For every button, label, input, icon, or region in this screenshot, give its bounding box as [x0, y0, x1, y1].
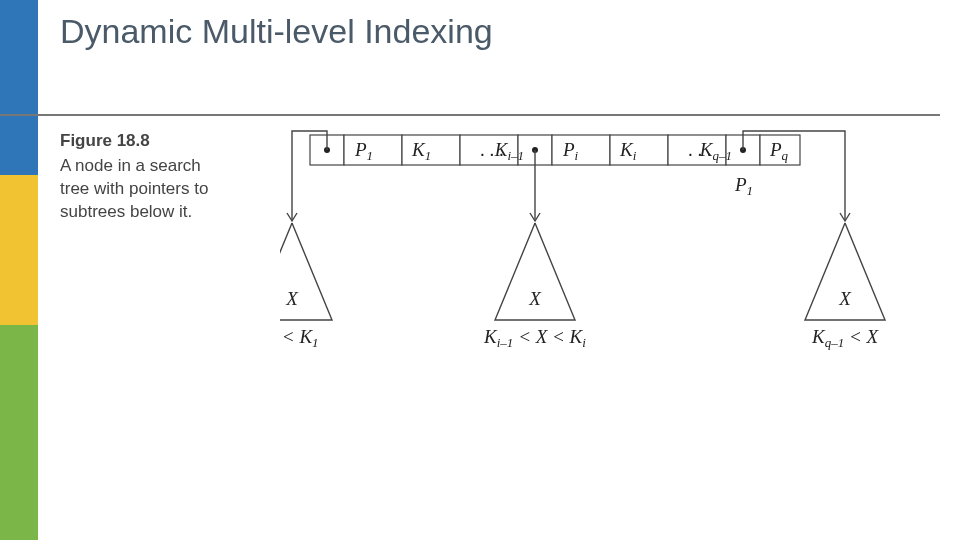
sidebar-accent	[0, 0, 38, 540]
svg-text:X: X	[285, 288, 299, 309]
page-title: Dynamic Multi-level Indexing	[60, 12, 493, 51]
node-row: P1 K1 . . . Ki–1 Pi Ki . . . Kq–1 Pq	[310, 135, 800, 165]
svg-text:Kq–1 < X: Kq–1 < X	[811, 326, 880, 350]
figure-text: A node in a search tree with pointers to…	[60, 156, 208, 221]
figure-ref: Figure 18.8	[60, 130, 230, 153]
sidebar-green	[0, 325, 38, 540]
header-rule	[0, 114, 940, 116]
sidebar-blue	[0, 0, 38, 175]
svg-rect-5	[552, 135, 610, 165]
subtree-middle: X Ki–1 < X < Ki	[483, 223, 586, 350]
svg-text:X: X	[838, 288, 852, 309]
svg-rect-6	[610, 135, 668, 165]
figure-caption: Figure 18.8 A node in a search tree with…	[60, 130, 230, 224]
subtree-left: X X < K1	[280, 223, 332, 350]
svg-text:Ki–1 < X < Ki: Ki–1 < X < Ki	[483, 326, 586, 350]
sidebar-yellow	[0, 175, 38, 325]
search-tree-diagram: P1 K1 . . . Ki–1 Pi Ki . . . Kq–1 Pq P1 …	[280, 125, 940, 385]
svg-text:X < K1: X < K1	[280, 326, 319, 350]
extra-pointer-label: P1	[734, 174, 753, 198]
svg-text:X: X	[528, 288, 542, 309]
subtree-right: X Kq–1 < X	[805, 223, 885, 350]
